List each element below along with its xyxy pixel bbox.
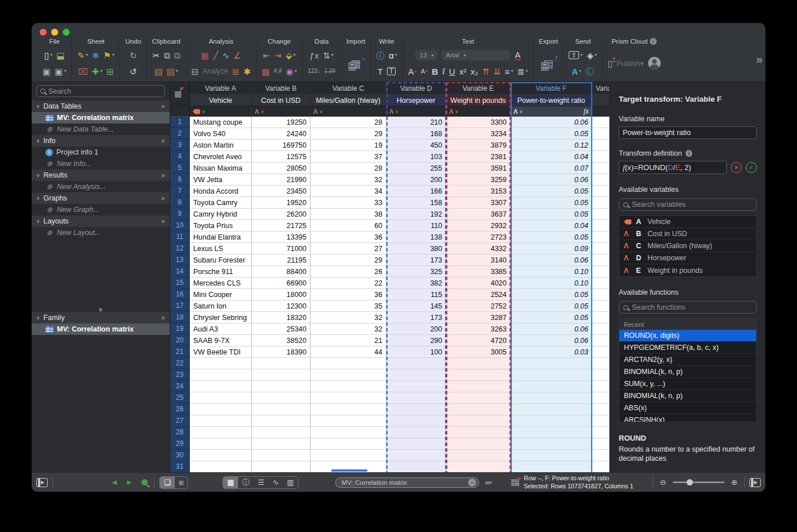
table-cell[interactable]: 2381	[446, 151, 511, 163]
variable-row[interactable]: ΛCMiles/Gallon (hiway)	[619, 240, 756, 252]
minimize-window-button[interactable]	[51, 29, 58, 36]
italic-icon[interactable]: I	[442, 67, 445, 76]
table-cell[interactable]: 38	[311, 209, 386, 220]
analyze-label[interactable]: Analyze	[202, 67, 228, 75]
publish-label[interactable]: Publish▾	[616, 59, 643, 68]
table-cell[interactable]: 66900	[252, 277, 311, 289]
column-title-header[interactable]: Power-to-weight ratio	[511, 95, 592, 106]
table-cell[interactable]: 2752	[446, 300, 511, 312]
sigmoid-fit-icon[interactable]: ∿	[222, 51, 229, 60]
table-cell[interactable]: Volvo S40	[190, 128, 252, 140]
paste-icon[interactable]: ▤	[154, 67, 162, 76]
table-cell[interactable]: 0.06	[511, 323, 592, 335]
table-cell[interactable]	[311, 404, 386, 415]
table-cell[interactable]: 26200	[252, 209, 311, 220]
table-cell[interactable]: 34	[311, 186, 386, 197]
table-cell[interactable]: 12300	[252, 300, 311, 312]
row-header[interactable]: 6	[170, 174, 190, 185]
table-cell[interactable]	[446, 358, 511, 369]
table-cell[interactable]: 3879	[446, 140, 511, 151]
table-cell[interactable]	[190, 461, 252, 472]
row-header[interactable]: 7	[170, 185, 190, 196]
table-cell[interactable]	[511, 427, 592, 438]
import-icon[interactable]: ▦txtxml⤷	[351, 58, 361, 69]
column-title-header[interactable]	[592, 95, 610, 106]
table-cell[interactable]: 21	[311, 335, 386, 346]
heatmap-icon[interactable]: ▦	[201, 51, 209, 60]
account-avatar[interactable]	[648, 57, 661, 70]
chevron-down-icon[interactable]: ∨	[519, 109, 523, 114]
table-cell[interactable]	[511, 404, 592, 415]
transform-definition-field[interactable]: f(x)=ROUND(D/E, 2)	[619, 161, 727, 174]
table-cell[interactable]: 3005	[446, 346, 511, 358]
table-cell[interactable]: Mercedes CLS	[190, 277, 252, 289]
table-cell[interactable]: 4720	[446, 335, 511, 346]
table-cell[interactable]	[592, 151, 610, 163]
table-cell[interactable]: 100	[386, 346, 446, 358]
locate-button[interactable]	[139, 477, 150, 488]
sidebar-search-input[interactable]: Search	[36, 85, 165, 97]
chevron-down-icon[interactable]: ∨	[319, 109, 323, 114]
add-sheet-icon[interactable]: ✚▾	[92, 67, 103, 76]
table-cell[interactable]: Lexus LS	[190, 243, 252, 255]
sidebar-section-graphs[interactable]: ∨Graphs»	[32, 192, 170, 204]
row-header[interactable]: 18	[170, 311, 190, 323]
section-expand-icon[interactable]: »	[161, 171, 165, 179]
table-cell[interactable]	[190, 427, 252, 438]
bold-icon[interactable]: B	[432, 67, 438, 76]
transform-icon[interactable]: ƒx	[310, 51, 319, 60]
sidebar-section-data-tables[interactable]: ∨Data Tables»	[32, 101, 170, 112]
table-cell[interactable]	[311, 450, 386, 461]
zoom-out-icon[interactable]: ⊖	[658, 477, 668, 488]
sheet-picker-dropdown[interactable]: MV: Correlation matrix −	[335, 477, 479, 488]
function-row[interactable]: BINOMIAL(k, n, p)	[619, 366, 756, 378]
row-header[interactable]: 10	[170, 219, 190, 231]
copy-icon[interactable]: ⧉	[164, 51, 170, 60]
table-cell[interactable]: 22	[311, 277, 386, 289]
table-cell[interactable]: Mini Cooper	[190, 289, 252, 300]
table-cell[interactable]	[311, 415, 386, 427]
table-cell[interactable]	[446, 415, 511, 427]
section-expand-icon[interactable]: »	[161, 314, 165, 322]
cut-icon[interactable]: ✂	[152, 51, 160, 60]
column-type-header[interactable]: Λ∨	[252, 106, 311, 117]
row-header[interactable]: 4	[170, 151, 190, 162]
highlight-icon[interactable]: ✎▾	[77, 51, 88, 60]
variable-name-field[interactable]: Power-to-weight ratio	[619, 126, 757, 139]
column-title-header[interactable]: Horsepower	[386, 95, 446, 106]
rotate-down-icon[interactable]: ⇊	[493, 67, 501, 76]
gallery-view-button[interactable]: ⧈	[175, 477, 187, 488]
table-cell[interactable]: 0.12	[511, 140, 592, 151]
table-cell[interactable]: Hundai Elantra	[190, 232, 252, 243]
table-cell[interactable]: 0.05	[511, 186, 592, 197]
table-cell[interactable]: Toyota Camry	[190, 197, 252, 209]
table-cell[interactable]: 32	[311, 312, 386, 323]
chevron-down-icon[interactable]: ∨	[36, 103, 40, 109]
chevron-down-icon[interactable]: ∨	[260, 109, 264, 114]
table-cell[interactable]	[592, 197, 610, 209]
function-row[interactable]: ABS(x)	[619, 402, 756, 414]
row-header[interactable]: 22	[170, 357, 190, 369]
table-cell[interactable]	[592, 381, 610, 392]
column-variable-header[interactable]: Variable E	[446, 82, 511, 95]
table-cell[interactable]	[190, 369, 252, 381]
table-cell[interactable]	[446, 461, 511, 472]
table-cell[interactable]: 0.04	[511, 220, 592, 232]
table-cell[interactable]: 3153	[446, 186, 511, 197]
table-cell[interactable]: 145	[386, 300, 446, 312]
table-cell[interactable]	[592, 335, 610, 346]
table-cell[interactable]: Chevrolet Aveo	[190, 151, 252, 163]
table-cell[interactable]	[252, 404, 311, 415]
variable-row[interactable]: ΛBCost in USD	[619, 228, 756, 240]
toggle-right-panel-button[interactable]: ▶	[749, 478, 761, 487]
table-cell[interactable]: 28	[311, 163, 386, 174]
move-right-icon[interactable]: ⇥	[274, 51, 282, 60]
table-cell[interactable]: 3259	[446, 174, 511, 186]
table-cell[interactable]: 32	[311, 174, 386, 186]
table-cell[interactable]: 173	[386, 255, 446, 266]
new-table-icon[interactable]: ▦◤	[174, 89, 182, 98]
table-cell[interactable]	[446, 392, 511, 404]
table-cell[interactable]: VW Jetta	[190, 174, 252, 186]
table-cell[interactable]: 3234	[446, 128, 511, 140]
table-cell[interactable]: 0.04	[511, 151, 592, 163]
